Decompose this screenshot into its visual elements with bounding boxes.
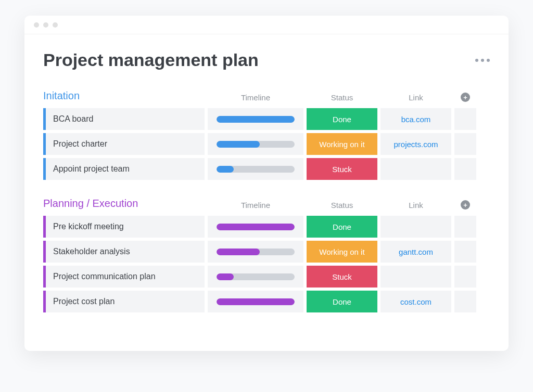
extra-cell[interactable] — [454, 216, 476, 238]
plus-icon: + — [461, 200, 470, 210]
group-title[interactable]: Initation — [43, 90, 208, 102]
content-area: Project management plan InitationTimelin… — [24, 34, 509, 351]
extra-cell[interactable] — [454, 133, 476, 155]
column-header-timeline: Timeline — [208, 93, 303, 102]
extra-cell[interactable] — [454, 241, 476, 263]
link-cell[interactable]: projects.com — [380, 133, 451, 155]
extra-cell[interactable] — [454, 266, 476, 288]
link-cell[interactable]: gantt.com — [380, 241, 451, 263]
progress-fill — [217, 116, 295, 123]
link-cell[interactable]: bca.com — [380, 108, 451, 130]
link-cell — [380, 266, 451, 288]
window-dot-icon — [34, 22, 39, 28]
group-header: Planning / ExecutionTimelineStatusLink+ — [43, 198, 490, 210]
window-titlebar — [24, 16, 509, 34]
progress-track — [217, 224, 295, 230]
status-cell[interactable]: Done — [307, 108, 377, 130]
group: Planning / ExecutionTimelineStatusLink+P… — [43, 198, 490, 312]
timeline-cell[interactable] — [208, 241, 303, 263]
timeline-cell[interactable] — [208, 216, 303, 238]
task-name-cell[interactable]: Appoint project team — [43, 158, 205, 180]
task-name-cell[interactable]: BCA board — [43, 108, 205, 130]
progress-track — [217, 273, 295, 280]
table-row[interactable]: Stakeholder analysisWorking on itgantt.c… — [43, 241, 490, 263]
table-row[interactable]: BCA boardDonebca.com — [43, 108, 490, 130]
add-column-button[interactable]: + — [454, 93, 476, 102]
page-header: Project management plan — [43, 50, 490, 70]
add-column-button[interactable]: + — [454, 200, 476, 210]
status-cell[interactable]: Done — [307, 291, 377, 312]
table-row[interactable]: Project charterWorking on itprojects.com — [43, 133, 490, 155]
window-dot-icon — [43, 22, 48, 28]
more-options-icon[interactable] — [475, 59, 490, 62]
column-header-timeline: Timeline — [208, 201, 303, 210]
progress-fill — [217, 141, 260, 148]
column-header-link: Link — [380, 93, 451, 102]
link-cell — [380, 216, 451, 238]
progress-track — [217, 116, 295, 123]
group-header: InitationTimelineStatusLink+ — [43, 90, 490, 102]
progress-fill — [217, 273, 234, 280]
group-title[interactable]: Planning / Execution — [43, 198, 208, 210]
progress-track — [217, 166, 295, 173]
table-row[interactable]: Project cost planDonecost.com — [43, 291, 490, 312]
link-cell[interactable]: cost.com — [380, 291, 451, 312]
timeline-cell[interactable] — [208, 266, 303, 288]
table-row[interactable]: Pre kickoff meetingDone — [43, 216, 490, 238]
status-cell[interactable]: Stuck — [307, 158, 377, 180]
plus-icon: + — [461, 93, 470, 102]
progress-track — [217, 298, 295, 305]
table-row[interactable]: Project communication planStuck — [43, 266, 490, 288]
page-title: Project management plan — [43, 50, 259, 70]
progress-fill — [217, 224, 295, 230]
table-row[interactable]: Appoint project teamStuck — [43, 158, 490, 180]
link-cell — [380, 158, 451, 180]
progress-track — [217, 141, 295, 148]
task-name-cell[interactable]: Project communication plan — [43, 266, 205, 288]
progress-fill — [217, 249, 260, 255]
groups-container: InitationTimelineStatusLink+BCA boardDon… — [43, 90, 490, 312]
timeline-cell[interactable] — [208, 133, 303, 155]
task-name-cell[interactable]: Project cost plan — [43, 291, 205, 312]
status-cell[interactable]: Working on it — [307, 133, 377, 155]
task-name-cell[interactable]: Stakeholder analysis — [43, 241, 205, 263]
timeline-cell[interactable] — [208, 108, 303, 130]
extra-cell[interactable] — [454, 108, 476, 130]
progress-fill — [217, 166, 234, 173]
task-name-cell[interactable]: Pre kickoff meeting — [43, 216, 205, 238]
window-dot-icon — [53, 22, 58, 28]
timeline-cell[interactable] — [208, 291, 303, 312]
timeline-cell[interactable] — [208, 158, 303, 180]
column-header-status: Status — [307, 93, 377, 102]
extra-cell[interactable] — [454, 291, 476, 312]
status-cell[interactable]: Working on it — [307, 241, 377, 263]
group: InitationTimelineStatusLink+BCA boardDon… — [43, 90, 490, 180]
column-header-link: Link — [380, 201, 451, 210]
progress-fill — [217, 298, 295, 305]
task-name-cell[interactable]: Project charter — [43, 133, 205, 155]
extra-cell[interactable] — [454, 158, 476, 180]
status-cell[interactable]: Done — [307, 216, 377, 238]
progress-track — [217, 249, 295, 255]
column-header-status: Status — [307, 201, 377, 210]
app-window: Project management plan InitationTimelin… — [24, 16, 509, 351]
status-cell[interactable]: Stuck — [307, 266, 377, 288]
